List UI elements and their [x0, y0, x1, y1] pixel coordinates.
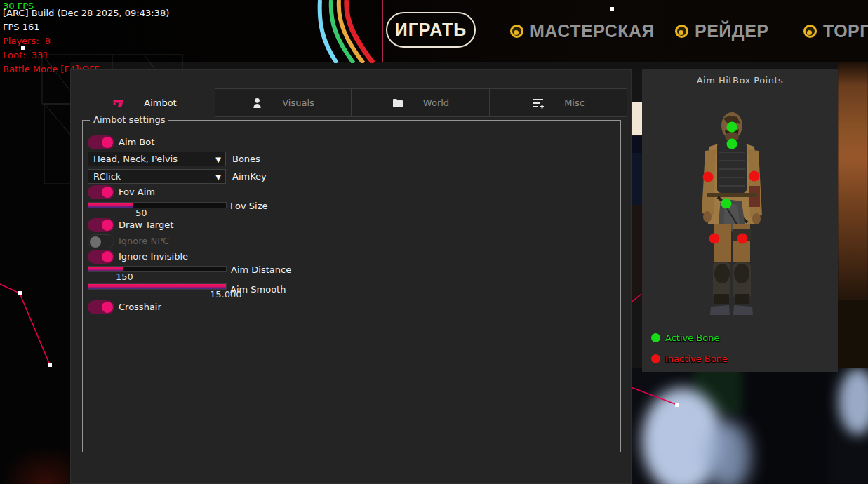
legend-label: Active Bone [665, 332, 719, 343]
head-hitbox-point[interactable] [727, 122, 737, 133]
bones-label: Bones [232, 152, 260, 166]
aim-distance-slider[interactable] [88, 266, 227, 272]
chevron-down-icon: ▼ [215, 170, 221, 184]
slider-fill [88, 284, 226, 289]
menu-item-workshop[interactable]: МАСТЕРСКАЯ [510, 21, 655, 41]
fov-size-value: 50 [135, 208, 147, 218]
tab-world[interactable]: World [352, 88, 490, 117]
tab-aimbot[interactable]: Aimbot [74, 88, 215, 117]
toggle-knob [102, 220, 113, 231]
coin-icon [803, 25, 817, 38]
fov-size-slider[interactable] [88, 202, 227, 208]
coin-icon [675, 25, 688, 38]
menu-item-label: ТОРГО [823, 21, 868, 41]
aim-distance-label: Aim Distance [231, 263, 291, 277]
menu-item-label: РЕЙДЕР [695, 21, 768, 41]
left-leg-hitbox-point[interactable] [709, 234, 720, 244]
inactive-bone-dot-icon [651, 354, 660, 363]
menu-item-raider[interactable]: РЕЙДЕР [675, 21, 768, 41]
fps-info: FPS 161 [3, 22, 40, 32]
pelvis-hitbox-point[interactable] [721, 199, 732, 209]
neck-hitbox-point[interactable] [727, 139, 737, 149]
aimkey-dropdown[interactable]: RClick ▼ [88, 169, 226, 184]
play-button[interactable]: ИГРАТЬ [386, 12, 476, 48]
left-arm-hitbox-point[interactable] [703, 172, 714, 182]
tab-label: Visuals [282, 98, 314, 108]
aim-smooth-slider[interactable] [88, 283, 227, 290]
hitbox-panel-title: Aim HitBox Points [642, 75, 838, 86]
aimkey-dropdown-value: RClick [93, 171, 121, 182]
tab-label: World [423, 98, 449, 108]
coin-icon [510, 25, 523, 38]
folder-icon [392, 98, 403, 108]
toggle-knob [102, 187, 113, 198]
aim-smooth-label: Aim Smooth [230, 283, 286, 297]
fov-aim-label: Fov Aim [119, 185, 155, 199]
ignore-npc-toggle[interactable] [88, 234, 114, 248]
menu-item-label: МАСТЕРСКАЯ [530, 21, 655, 41]
legend-label: Inactive Bone [665, 354, 728, 364]
draw-target-toggle[interactable] [88, 218, 114, 232]
screen: 30 FPS [ARC] Build (Dec 28 2025, 09:43:3… [0, 0, 868, 484]
aimkey-label: AimKey [232, 170, 267, 184]
loot-count: Loot: 331 [3, 50, 48, 60]
bones-dropdown-value: Head, Neck, Pelvis [93, 154, 178, 164]
toggle-knob [90, 236, 101, 248]
pistol-icon [112, 98, 124, 109]
bones-dropdown[interactable]: Head, Neck, Pelvis ▼ [88, 152, 226, 166]
ignore-invisible-toggle[interactable] [88, 250, 114, 264]
tab-label: Misc [564, 98, 585, 108]
fov-aim-toggle[interactable] [88, 185, 114, 199]
crosshair-toggle[interactable] [88, 300, 114, 314]
toggle-knob [102, 251, 113, 262]
ignore-invisible-label: Ignore Invisible [119, 250, 188, 264]
aim-distance-value: 150 [116, 271, 133, 282]
right-arm-hitbox-point[interactable] [749, 171, 760, 182]
aim-bot-toggle[interactable] [88, 135, 114, 149]
toggle-knob [102, 302, 113, 313]
tab-misc[interactable]: Misc [490, 88, 627, 117]
players-count: Players: 8 [3, 36, 51, 46]
sliders-icon [533, 98, 545, 109]
cheat-window: Aimbot Visuals World [70, 69, 632, 484]
fov-size-label: Fov Size [230, 199, 267, 213]
active-bone-dot-icon [651, 333, 660, 342]
group-title: Aimbot settings [90, 114, 168, 125]
tab-label: Aimbot [144, 98, 176, 108]
tab-visuals[interactable]: Visuals [215, 88, 352, 117]
aim-hitbox-panel: Aim HitBox Points [642, 69, 838, 372]
slider-fill [88, 203, 133, 208]
draw-target-label: Draw Target [119, 218, 173, 232]
aim-bot-label: Aim Bot [119, 135, 154, 149]
legend-inactive-bone: Inactive Bone [651, 354, 728, 364]
right-leg-hitbox-point[interactable] [737, 234, 748, 244]
build-info: [ARC] Build (Dec 28 2025, 09:43:38) [3, 8, 169, 18]
legend-active-bone: Active Bone [651, 332, 719, 343]
slider-fill [88, 267, 123, 271]
toggle-knob [102, 137, 113, 148]
ignore-npc-label: Ignore NPC [119, 234, 169, 248]
menu-item-trade[interactable]: ТОРГО [803, 21, 868, 41]
person-icon [252, 98, 262, 109]
crosshair-label: Crosshair [119, 300, 161, 314]
chevron-down-icon: ▼ [215, 153, 221, 166]
